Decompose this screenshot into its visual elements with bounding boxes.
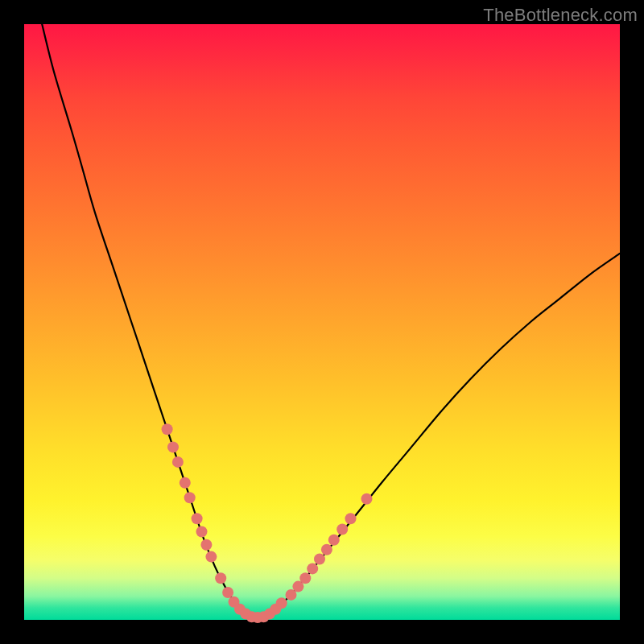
sample-point	[184, 492, 196, 503]
watermark-text: TheBottleneck.com	[483, 5, 638, 26]
sample-point	[314, 554, 325, 565]
sample-point	[162, 423, 173, 435]
bottleneck-curve	[42, 24, 620, 617]
sample-point	[200, 539, 212, 551]
sample-point	[222, 587, 233, 598]
gradient-plot-area	[24, 24, 620, 620]
sample-point	[167, 441, 179, 452]
sample-point	[215, 572, 226, 584]
sample-point	[321, 544, 332, 555]
sample-point	[328, 535, 340, 546]
sample-point	[172, 456, 184, 468]
sample-point	[196, 526, 208, 538]
sample-point	[299, 572, 311, 584]
sample-point	[276, 597, 287, 609]
curve-overlay	[24, 24, 620, 620]
sample-point	[192, 513, 203, 524]
sample-point	[180, 477, 191, 489]
chart-stage: TheBottleneck.com	[0, 0, 644, 644]
sample-point	[205, 551, 217, 563]
sample-point	[336, 524, 348, 535]
sample-point	[361, 493, 373, 505]
sample-point	[345, 513, 357, 524]
sample-point	[307, 563, 318, 574]
marker-group	[162, 423, 373, 623]
